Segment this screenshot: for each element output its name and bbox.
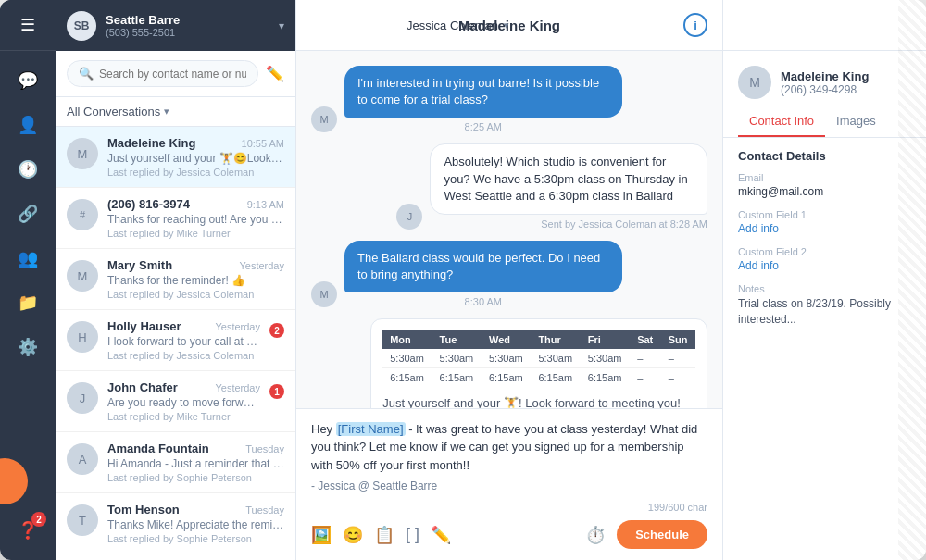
message-row-1: M I'm interested in trying out barre! Is… — [311, 66, 707, 132]
account-avatar: SB — [67, 11, 96, 41]
nav-item-help[interactable]: ❓ 2 — [7, 510, 48, 551]
nav-item-groups[interactable]: 👥 — [7, 238, 48, 279]
conv-avatar-3: M — [67, 260, 98, 292]
schedule-cell-1-4: 5:30am — [531, 349, 580, 368]
chat-main: Madeleine King i Jessica Coleman ▾ M I'm… — [296, 0, 722, 560]
nav-item-contacts[interactable]: 👤 — [7, 105, 48, 145]
compose-icon[interactable]: ✏️ — [266, 65, 284, 82]
char-count: 199/600 char — [311, 502, 707, 513]
conv-preview-2: Thanks for reaching out! Are you availab… — [107, 213, 284, 226]
msg-content-1: I'm interested in trying out barre! Is i… — [344, 66, 622, 132]
messages-icon: 💬 — [18, 70, 38, 91]
schedule-header-tue: Tue — [432, 330, 482, 349]
image-attach-icon[interactable]: 🖼️ — [311, 525, 332, 545]
contact-section-title: Contact Details — [738, 149, 911, 163]
schedule-cell-2-6: – — [630, 368, 661, 388]
hamburger-icon[interactable]: ☰ — [20, 15, 35, 35]
brackets-icon[interactable]: [ ] — [406, 525, 419, 544]
template-icon[interactable]: 📋 — [374, 525, 394, 545]
schedule-button[interactable]: Schedule — [617, 520, 707, 549]
messages-area: M I'm interested in trying out barre! Is… — [296, 51, 722, 408]
chat-info-button[interactable]: i — [683, 13, 707, 37]
msg-meta-2: Sent by Jessica Coleman at 8:28 AM — [430, 218, 707, 230]
conv-preview-5: Are you ready to move forward with your.… — [107, 396, 260, 409]
contact-avatar-section: M Madeleine King (206) 349-4298 — [723, 51, 926, 106]
schedule-cell-1-7: – — [661, 349, 695, 368]
conversation-item-4[interactable]: H Holly Hauser Yesterday I look forward … — [56, 310, 295, 371]
current-user-chevron-icon[interactable]: ▾ — [504, 19, 509, 31]
conv-replied-6: Last replied by Sophie Peterson — [107, 472, 284, 483]
conversation-item-3[interactable]: M Mary Smith Yesterday Thanks for the re… — [56, 249, 295, 310]
nav-item-connections[interactable]: 🔗 — [7, 193, 48, 234]
contact-tab-info[interactable]: Contact Info — [738, 106, 825, 137]
contact-name: Madeleine King — [781, 69, 869, 83]
edit-icon[interactable]: ✏️ — [431, 525, 451, 545]
compose-text[interactable]: Hey [First Name] - It was great to have … — [311, 420, 707, 495]
conversation-item-1[interactable]: M Madeleine King 10:55 AM Just yourself … — [56, 127, 295, 188]
search-icon: 🔍 — [79, 67, 94, 81]
schedule-header-mon: Mon — [382, 330, 432, 349]
schedule-text: Just yourself and your 🏋️! Look forward … — [382, 394, 695, 407]
message-row-schedule: Mon Tue Wed Thur Fri Sat Sun — [311, 318, 707, 407]
filter-bar[interactable]: All Conversations ▾ — [56, 97, 295, 127]
contact-notes-label: Notes — [738, 283, 911, 294]
search-bar: 🔍 ✏️ — [56, 51, 295, 97]
search-input[interactable] — [99, 68, 246, 81]
schedule-header-sat: Sat — [630, 330, 661, 349]
nav-item-settings[interactable]: ⚙️ — [7, 327, 48, 367]
contact-custom1-add[interactable]: Add info — [738, 222, 911, 235]
conv-time-3: Yesterday — [239, 260, 284, 271]
conv-replied-4: Last replied by Jessica Coleman — [107, 350, 260, 361]
conversation-item-6[interactable]: A Amanda Fountain Tuesday Hi Amanda - Ju… — [56, 432, 295, 493]
schedule-header-fri: Fri — [581, 330, 630, 349]
account-info: Seattle Barre (503) 555-2501 — [106, 13, 269, 38]
nav-item-files[interactable]: 📁 — [7, 282, 48, 323]
schedule-cell-2-1: 6:15am — [382, 368, 432, 388]
contact-notes-value: Trial class on 8/23/19. Possibly interes… — [738, 296, 911, 328]
conversation-item-5[interactable]: J John Chafer Yesterday Are you ready to… — [56, 371, 295, 432]
nav-item-history[interactable]: 🕐 — [7, 149, 48, 190]
compose-area: Hey [First Name] - It was great to have … — [296, 408, 722, 561]
settings-icon: ⚙️ — [18, 337, 38, 357]
conv-name-7: Tom Henson — [107, 503, 180, 516]
conv-name-2: (206) 816-3974 — [107, 197, 190, 211]
emoji-icon[interactable]: 😊 — [343, 525, 363, 545]
nav-item-messages[interactable]: 💬 — [7, 60, 48, 101]
contact-custom2-add[interactable]: Add info — [738, 259, 911, 272]
conv-name-3: Mary Smith — [107, 258, 172, 272]
sidebar-nav-header: ☰ — [0, 0, 56, 51]
groups-icon: 👥 — [18, 248, 38, 268]
msg-bubble-2: Absolutely! Which studio is convenient f… — [430, 143, 707, 215]
schedule-cell-2-2: 6:15am — [432, 368, 482, 388]
msg-bubble-3: The Ballard class would be perfect. Do I… — [344, 241, 622, 292]
contact-panel: M Madeleine King (206) 349-4298 Contact … — [722, 0, 926, 560]
message-row-3: M The Ballard class would be perfect. Do… — [311, 241, 707, 307]
chat-header: Madeleine King i Jessica Coleman ▾ — [296, 0, 722, 51]
conv-preview-3: Thanks for the reminder! 👍 — [107, 274, 284, 287]
msg-meta-3: 8:30 AM — [344, 296, 622, 307]
msg-avatar-1: M — [311, 106, 337, 132]
conv-preview-4: I look forward to your call at 3pm. — [107, 335, 260, 348]
conv-body-3: Mary Smith Yesterday Thanks for the remi… — [107, 258, 284, 300]
conversation-item-2[interactable]: # (206) 816-3974 9:13 AM Thanks for reac… — [56, 188, 295, 249]
schedule-cell-1-2: 5:30am — [432, 349, 482, 368]
timer-icon[interactable]: ⏱️ — [585, 525, 606, 545]
conv-time-5: Yesterday — [215, 382, 260, 393]
schedule-header-wed: Wed — [482, 330, 531, 349]
message-row-2: Absolutely! Which studio is convenient f… — [311, 143, 707, 230]
schedule-row-1: 5:30am 5:30am 5:30am 5:30am 5:30am – – — [382, 349, 695, 368]
schedule-cell-1-5: 5:30am — [581, 349, 630, 368]
account-name: Seattle Barre — [106, 13, 269, 27]
conv-body-6: Amanda Fountain Tuesday Hi Amanda - Just… — [107, 442, 284, 483]
conv-avatar-5: J — [67, 382, 98, 414]
compose-firstname-highlight: [First Name] — [336, 422, 406, 436]
conv-time-6: Tuesday — [245, 443, 284, 454]
contact-tab-images[interactable]: Images — [825, 106, 887, 137]
conv-body-5: John Chafer Yesterday Are you ready to m… — [107, 380, 260, 422]
schedule-cell-2-7: – — [661, 368, 695, 388]
contact-panel-header — [723, 0, 926, 51]
conversation-item-7[interactable]: T Tom Henson Tuesday Thanks Mike! Apprec… — [56, 493, 295, 554]
schedule-header-sun: Sun — [661, 330, 695, 349]
account-chevron-icon[interactable]: ▾ — [279, 19, 284, 32]
msg-avatar-2: J — [396, 204, 422, 230]
